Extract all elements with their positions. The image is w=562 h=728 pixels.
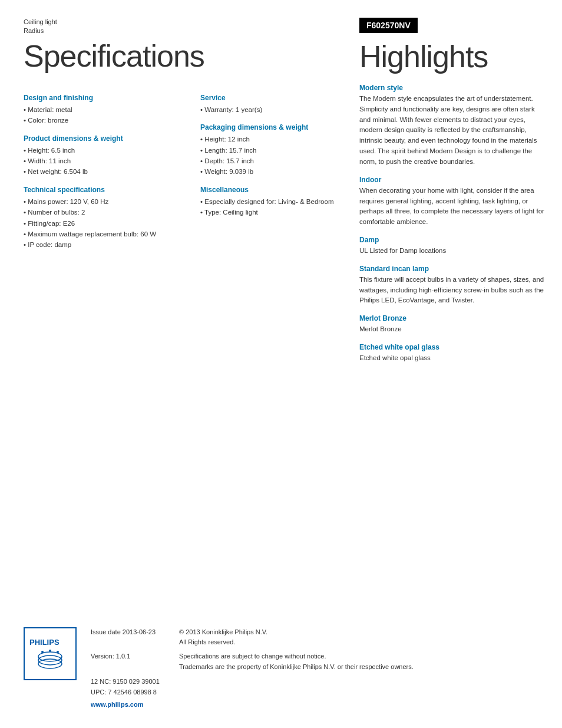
product-dimensions-section: Product dimensions & weight Height: 6.5 …	[24, 134, 177, 177]
list-item: Net weight: 6.504 lb	[24, 166, 177, 177]
list-item: Height: 6.5 inch	[24, 145, 177, 156]
service-section: Service Warranty: 1 year(s)	[200, 94, 353, 115]
miscellaneous-list: Especially designed for: Living- & Bedro…	[200, 196, 353, 218]
highlight-item: DampUL Listed for Damp locations	[359, 236, 548, 256]
copyright-block: © 2013 Koninklijke Philips N.V. All Righ…	[179, 627, 538, 648]
svg-point-7	[57, 651, 59, 653]
list-item: IP code: damp	[24, 239, 177, 250]
product-name: Radius	[24, 27, 365, 35]
list-item: Height: 12 inch	[200, 134, 353, 144]
philips-logo: PHILIPS	[24, 627, 77, 680]
highlights-title: Highlights	[359, 39, 548, 74]
specs-notice-text: Specifications are subject to change wit…	[179, 651, 538, 662]
list-item: Depth: 15.7 inch	[200, 156, 353, 166]
highlight-heading: Damp	[359, 236, 548, 244]
version-label: Version: 1.0.1	[91, 651, 173, 672]
svg-point-5	[41, 651, 44, 653]
highlight-text: Etched white opal glass	[359, 353, 548, 364]
design-heading: Design and finishing	[24, 94, 177, 102]
highlight-heading: Merlot Bronze	[359, 314, 548, 322]
service-list: Warranty: 1 year(s)	[200, 104, 353, 115]
footer-meta: Issue date 2013-06-23 © 2013 Koninklijke…	[91, 627, 538, 710]
svg-point-6	[49, 650, 51, 652]
highlights-container: Modern styleThe Modern style encapsulate…	[359, 84, 548, 364]
list-item: Fitting/cap: E26	[24, 218, 177, 229]
website-label: www.philips.com	[91, 701, 143, 708]
service-heading: Service	[200, 94, 353, 102]
copyright-text: © 2013 Koninklijke Philips N.V.	[179, 627, 538, 638]
technical-section: Technical specifications Mains power: 12…	[24, 186, 177, 251]
highlight-item: IndoorWhen decorating your home with lig…	[359, 176, 548, 228]
list-item: Warranty: 1 year(s)	[200, 104, 353, 115]
technical-list: Mains power: 120 V, 60 HzNumber of bulbs…	[24, 196, 177, 251]
technical-heading: Technical specifications	[24, 186, 177, 194]
highlight-item: Modern styleThe Modern style encapsulate…	[359, 84, 548, 167]
list-item: Length: 15.7 inch	[200, 145, 353, 156]
list-item: Weight: 9.039 lb	[200, 166, 353, 177]
trademark-notice-text: Trademarks are the property of Koninklij…	[179, 662, 538, 673]
highlight-text: UL Listed for Damp locations	[359, 246, 548, 256]
model-badge: F602570NV	[359, 18, 418, 33]
issue-date-label: Issue date 2013-06-23	[91, 627, 173, 648]
miscellaneous-heading: Miscellaneous	[200, 186, 353, 194]
list-item: Especially designed for: Living- & Bedro…	[200, 196, 353, 207]
highlight-item: Standard incan lampThis fixture will acc…	[359, 265, 548, 306]
highlight-text: Merlot Bronze	[359, 324, 548, 335]
highlight-heading: Etched white opal glass	[359, 343, 548, 351]
svg-rect-0	[24, 628, 76, 680]
highlight-item: Etched white opal glassEtched white opal…	[359, 343, 548, 364]
list-item: Number of bulbs: 2	[24, 207, 177, 218]
design-section: Design and finishing Material: metalColo…	[24, 94, 177, 126]
nc-text: 12 NC: 9150 029 39001	[91, 677, 538, 687]
packaging-heading: Packaging dimensions & weight	[200, 123, 353, 131]
svg-text:PHILIPS: PHILIPS	[29, 638, 59, 647]
highlight-heading: Standard incan lamp	[359, 265, 548, 273]
highlight-item: Merlot BronzeMerlot Bronze	[359, 314, 548, 335]
product-dimensions-heading: Product dimensions & weight	[24, 134, 177, 143]
list-item: Mains power: 120 V, 60 Hz	[24, 196, 177, 207]
highlight-heading: Modern style	[359, 84, 548, 92]
list-item: Color: bronze	[24, 115, 177, 126]
highlight-text: The Modern style encapsulates the art of…	[359, 94, 548, 167]
nc-upc-block: 12 NC: 9150 029 39001 UPC: 7 42546 08998…	[91, 677, 538, 697]
notices-block: Specifications are subject to change wit…	[179, 651, 538, 672]
list-item: Width: 11 inch	[24, 156, 177, 166]
highlight-text: This fixture will accept bulbs in a vari…	[359, 275, 548, 306]
list-item: Maximum wattage replacement bulb: 60 W	[24, 229, 177, 239]
list-item: Type: Ceiling light	[200, 207, 353, 218]
highlight-text: When decorating your home with light, co…	[359, 186, 548, 228]
all-rights-text: All Rights reserved.	[179, 637, 538, 648]
list-item: Material: metal	[24, 104, 177, 115]
product-dimensions-list: Height: 6.5 inchWidth: 11 inchNet weight…	[24, 145, 177, 177]
product-category: Ceiling light	[24, 18, 365, 27]
page-title: Specifications	[24, 38, 365, 74]
upc-text: UPC: 7 42546 08998 8	[91, 687, 538, 698]
highlight-heading: Indoor	[359, 176, 548, 184]
packaging-section: Packaging dimensions & weight Height: 12…	[200, 123, 353, 177]
design-list: Material: metalColor: bronze	[24, 104, 177, 126]
miscellaneous-section: Miscellaneous Especially designed for: L…	[200, 186, 353, 218]
packaging-list: Height: 12 inchLength: 15.7 inchDepth: 1…	[200, 134, 353, 177]
